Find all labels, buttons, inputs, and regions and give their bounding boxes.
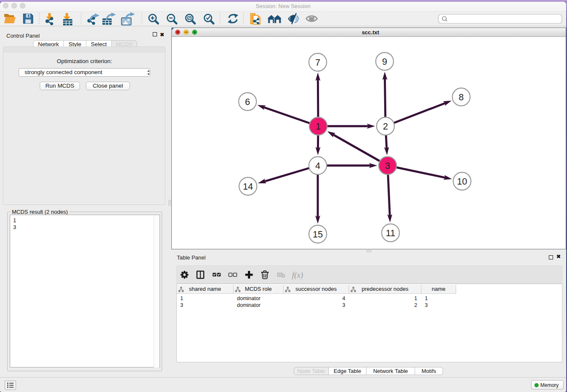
svg-text:7: 7 [315,58,320,68]
svg-text:2: 2 [383,121,388,132]
svg-text:15: 15 [313,229,323,240]
svg-text:10: 10 [457,177,467,187]
svg-text:9: 9 [382,57,387,67]
svg-text:1: 1 [316,121,321,132]
svg-text:14: 14 [243,182,253,192]
svg-text:f(x): f(x) [292,271,303,280]
svg-text:6: 6 [245,97,250,107]
svg-text:3: 3 [385,161,390,171]
svg-text:11: 11 [386,228,395,238]
svg-text:8: 8 [459,92,464,102]
svg-text:4: 4 [315,161,320,171]
